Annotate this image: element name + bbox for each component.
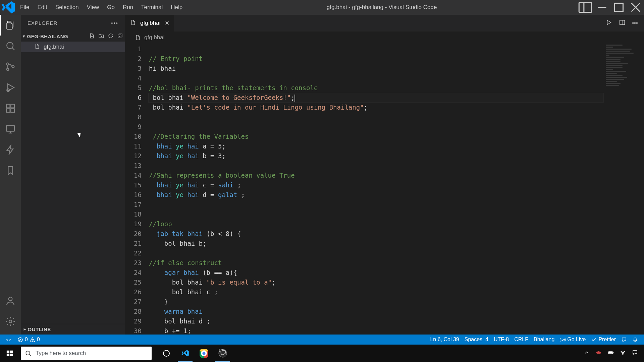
menu-help[interactable]: Help bbox=[167, 4, 186, 11]
code-line[interactable]: bol bhai c ; bbox=[149, 287, 644, 297]
search-placeholder: Type here to search bbox=[36, 350, 86, 357]
activity-settings-icon[interactable] bbox=[0, 311, 21, 332]
code-line[interactable] bbox=[149, 200, 644, 209]
activity-explorer-icon[interactable] bbox=[0, 15, 21, 36]
remote-indicator-icon[interactable] bbox=[3, 337, 13, 343]
editor-more-icon[interactable]: ••• bbox=[632, 20, 638, 26]
sidebar-more-icon[interactable]: ••• bbox=[111, 20, 118, 26]
vscode-logo-icon bbox=[0, 0, 16, 15]
code-line[interactable]: bhai ye hai d = galat ; bbox=[149, 190, 644, 200]
code-line[interactable]: //Declaring the Variables bbox=[149, 132, 644, 141]
code-line[interactable]: bol bhai d ; bbox=[149, 316, 644, 326]
menu-file[interactable]: File bbox=[16, 4, 33, 11]
prettier-status[interactable]: Prettier bbox=[588, 337, 619, 343]
svg-rect-38 bbox=[10, 354, 13, 356]
code-line[interactable]: bhai ye hai c = sahi ; bbox=[149, 180, 644, 190]
workspace-header[interactable]: ▾ GFG-BHAILANG bbox=[21, 31, 125, 42]
refresh-icon[interactable] bbox=[108, 33, 114, 40]
go-live-button[interactable]: Go Live bbox=[557, 337, 588, 343]
maximize-button[interactable] bbox=[610, 0, 627, 15]
eol-status[interactable]: CRLF bbox=[512, 337, 531, 343]
code-editor[interactable]: // Entry pointhi bhai //bol bhai- prints… bbox=[149, 44, 644, 335]
activity-remote-explorer-icon[interactable] bbox=[0, 119, 21, 139]
indent-status[interactable]: Spaces: 4 bbox=[462, 337, 491, 343]
menu-go[interactable]: Go bbox=[103, 4, 119, 11]
code-line[interactable]: bol bhai b; bbox=[149, 239, 644, 248]
code-line[interactable] bbox=[149, 209, 644, 219]
code-line[interactable]: b += 1; bbox=[149, 326, 644, 335]
minimap[interactable] bbox=[606, 44, 643, 90]
menu-run[interactable]: Run bbox=[119, 4, 137, 11]
code-line[interactable]: hi bhai bbox=[149, 64, 644, 73]
code-line[interactable]: //if else construct bbox=[149, 258, 644, 268]
tray-action-center-icon[interactable] bbox=[632, 350, 638, 357]
start-button[interactable] bbox=[0, 350, 19, 357]
code-line[interactable]: bol bhai "b is equal to a"; bbox=[149, 278, 644, 287]
feedback-icon[interactable] bbox=[619, 337, 630, 343]
breadcrumb-file[interactable]: gfg.bhai bbox=[144, 34, 165, 41]
editor-tab[interactable]: gfg.bhai ✕ bbox=[125, 15, 174, 32]
file-item[interactable]: gfg.bhai bbox=[21, 42, 125, 52]
run-file-icon[interactable] bbox=[605, 19, 612, 28]
tab-close-icon[interactable]: ✕ bbox=[165, 20, 169, 27]
code-line[interactable]: //Sahi represents a boolean value True bbox=[149, 171, 644, 180]
code-line[interactable]: bol bhai "Let's code in our Hindi Lingo … bbox=[149, 103, 644, 112]
task-obs-icon[interactable] bbox=[213, 345, 232, 362]
svg-point-19 bbox=[9, 297, 12, 301]
warning-count: 0 bbox=[37, 337, 40, 343]
activity-source-control-icon[interactable] bbox=[0, 56, 21, 77]
activity-accounts-icon[interactable] bbox=[0, 290, 21, 311]
code-line[interactable] bbox=[149, 44, 644, 54]
activity-run-debug-icon[interactable] bbox=[0, 77, 21, 98]
code-line[interactable]: //bol bhai- prints the statements in con… bbox=[149, 83, 644, 93]
task-vscode-icon[interactable] bbox=[176, 345, 195, 362]
code-line[interactable]: // Entry point bbox=[149, 54, 644, 64]
encoding-status[interactable]: UTF-8 bbox=[491, 337, 512, 343]
menu-terminal[interactable]: Terminal bbox=[137, 4, 167, 11]
problems-indicator[interactable]: 0 0 bbox=[15, 337, 43, 343]
code-line[interactable]: } bbox=[149, 297, 644, 307]
tab-label: gfg.bhai bbox=[140, 20, 161, 26]
taskbar-search[interactable]: Type here to search bbox=[21, 347, 152, 360]
outline-section[interactable]: ▾ OUTLINE bbox=[21, 324, 125, 335]
layout-toggle-icon[interactable] bbox=[577, 0, 594, 15]
code-line[interactable] bbox=[149, 73, 644, 83]
minimize-button[interactable] bbox=[594, 0, 610, 15]
task-chrome-icon[interactable] bbox=[195, 345, 213, 362]
activity-bookmarks-icon[interactable] bbox=[0, 160, 21, 181]
menu-view[interactable]: View bbox=[83, 4, 103, 11]
task-cortana-icon[interactable] bbox=[157, 345, 176, 362]
code-line[interactable]: bhai ye hai a = 5; bbox=[149, 141, 644, 151]
code-line[interactable]: jab tak bhai (b < 8) { bbox=[149, 229, 644, 239]
svg-rect-14 bbox=[11, 109, 14, 112]
activity-thunder-icon[interactable] bbox=[0, 139, 21, 160]
code-line[interactable]: bol bhai "Welcome to GeeksforGeeks!"; bbox=[149, 93, 644, 103]
svg-rect-37 bbox=[7, 354, 9, 356]
svg-point-9 bbox=[7, 68, 9, 71]
line-number-gutter: 1234567891011121314151617181920212223242… bbox=[125, 44, 149, 335]
menu-selection[interactable]: Selection bbox=[51, 4, 83, 11]
close-button[interactable] bbox=[627, 0, 644, 15]
split-editor-icon[interactable] bbox=[619, 19, 626, 28]
activity-extensions-icon[interactable] bbox=[0, 98, 21, 119]
tray-onedrive-icon[interactable] bbox=[596, 350, 602, 357]
collapse-all-icon[interactable] bbox=[117, 33, 123, 40]
code-line[interactable]: bhai ye hai b = 3; bbox=[149, 151, 644, 161]
new-file-icon[interactable] bbox=[89, 33, 95, 40]
language-mode[interactable]: Bhailang bbox=[531, 337, 557, 343]
code-line[interactable] bbox=[149, 161, 644, 171]
code-line[interactable] bbox=[149, 248, 644, 258]
cursor-position[interactable]: Ln 6, Col 39 bbox=[427, 337, 462, 343]
new-folder-icon[interactable] bbox=[98, 33, 104, 40]
code-line[interactable] bbox=[149, 122, 644, 132]
tray-battery-icon[interactable] bbox=[608, 350, 614, 357]
code-line[interactable]: warna bhai bbox=[149, 307, 644, 316]
tray-expand-icon[interactable] bbox=[584, 350, 590, 357]
activity-search-icon[interactable] bbox=[0, 36, 21, 56]
code-line[interactable]: agar bhai (b == a){ bbox=[149, 268, 644, 278]
menu-edit[interactable]: Edit bbox=[33, 4, 51, 11]
code-line[interactable] bbox=[149, 112, 644, 122]
code-line[interactable]: //loop bbox=[149, 219, 644, 229]
tray-wifi-icon[interactable] bbox=[620, 350, 626, 357]
notifications-icon[interactable] bbox=[630, 337, 641, 343]
